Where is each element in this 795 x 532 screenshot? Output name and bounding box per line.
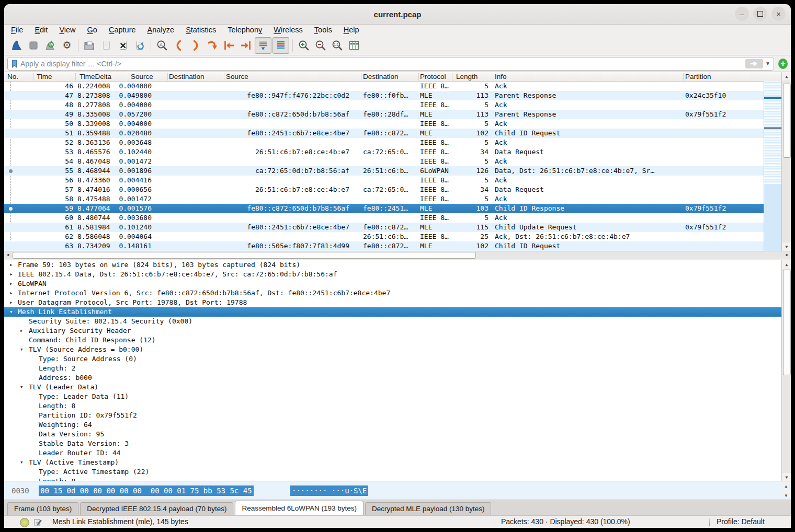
detail-line[interactable]: ▸Internet Protocol Version 6, Src: fe80:… [4, 288, 781, 298]
detail-line[interactable]: ▸Auxiliary Security Header [4, 326, 781, 336]
hex-bytes-selected[interactable]: 00 15 0d 00 00 00 00 00 00 00 01 75 bb 5… [39, 485, 254, 496]
column-separator[interactable] [493, 73, 493, 80]
detail-line[interactable]: Weighting: 64 [4, 420, 781, 430]
menu-file[interactable]: File [5, 26, 29, 34]
detail-line[interactable]: ▸6LoWPAN [4, 279, 781, 288]
collapsed-arrow-icon[interactable]: ▸ [20, 326, 24, 336]
packet-list-vscrollbar[interactable]: ▲ ▼ [781, 72, 791, 251]
detail-line[interactable]: ▾TLV (Source Address = b0:00) [4, 345, 781, 354]
column-separator[interactable] [167, 73, 168, 80]
packet-row-46[interactable]: 468.2240080.004000IEEE 8…5Ack [4, 82, 764, 91]
column-header-no[interactable]: No. [7, 73, 18, 80]
packet-list-hscroll-thumb[interactable] [13, 252, 476, 259]
packet-list-hscrollbar[interactable]: ◀ ▶ [4, 251, 791, 259]
display-filter-input[interactable] [19, 58, 745, 70]
maximize-button[interactable] [753, 7, 767, 21]
column-separator[interactable] [75, 73, 76, 80]
detail-line[interactable]: ▸Frame 59: 103 bytes on wire (824 bits),… [4, 260, 781, 270]
minimize-button[interactable]: – [735, 7, 749, 21]
zoom-original-button[interactable]: 1:1 [330, 38, 345, 53]
menu-analyze[interactable]: Analyze [142, 26, 180, 34]
hex-row[interactable]: 0030 00 15 0d 00 00 00 00 00 00 00 01 75… [4, 485, 791, 496]
packet-row-58[interactable]: 588.4754880.001472IEEE 8…5Ack [4, 194, 764, 204]
packet-row-61[interactable]: 618.5819840.101240fe80::2451:c6b7:e8ce:4… [4, 223, 764, 232]
go-back-button[interactable] [171, 38, 187, 53]
byte-tab-2[interactable]: Reassembled 6LoWPAN (193 bytes) [235, 501, 364, 515]
collapsed-arrow-icon[interactable]: ▸ [9, 279, 13, 288]
byte-tab-0[interactable]: Frame (103 bytes) [7, 502, 78, 515]
status-profile[interactable]: Profile: Default [717, 517, 765, 526]
menu-help[interactable]: Help [338, 26, 365, 34]
go-forward-button[interactable] [188, 38, 203, 53]
colorize-button[interactable] [272, 37, 289, 54]
collapsed-arrow-icon[interactable]: ▸ [9, 288, 13, 298]
go-first-packet-button[interactable] [221, 38, 237, 53]
column-header-source[interactable]: Source [131, 73, 153, 80]
column-separator[interactable] [33, 73, 34, 80]
column-header-info[interactable]: Info [495, 73, 507, 80]
column-header-length[interactable]: Length [456, 73, 478, 80]
detail-line[interactable]: Command: Child ID Response (12) [4, 336, 781, 345]
zoom-in-button[interactable] [296, 38, 312, 53]
packet-row-52[interactable]: 528.3631360.003648IEEE 8…5Ack [4, 138, 764, 147]
expert-info-icon[interactable] [20, 518, 29, 527]
packet-row-48[interactable]: 488.2778080.004000IEEE 8…5Ack [4, 100, 764, 110]
menu-capture[interactable]: Capture [103, 26, 142, 34]
packet-row-57[interactable]: 578.4740160.00065626:51:c6:b7:e8:ce:4b:e… [4, 185, 764, 194]
detail-line[interactable]: Type: Source Address (0) [4, 354, 781, 364]
packet-row-53[interactable]: 538.4655760.10244026:51:c6:b7:e8:ce:4b:e… [4, 147, 764, 157]
save-file-button[interactable] [98, 38, 114, 53]
column-separator[interactable] [452, 73, 452, 80]
auto-scroll-button[interactable] [255, 37, 271, 54]
byte-tab-3[interactable]: Decrypted MLE payload (130 bytes) [365, 502, 491, 515]
details-scroll-thumb[interactable] [783, 270, 791, 375]
column-separator[interactable] [683, 73, 684, 80]
menu-telephony[interactable]: Telephony [222, 26, 268, 34]
menu-tools[interactable]: Tools [309, 26, 338, 34]
detail-line[interactable]: Stable Data Version: 3 [4, 439, 781, 448]
go-last-packet-button[interactable] [238, 38, 254, 53]
scroll-right-icon[interactable]: ▶ [783, 251, 791, 258]
close-file-button[interactable] [115, 38, 131, 53]
display-filter-box[interactable]: ▼ [7, 57, 774, 71]
menu-view[interactable]: View [53, 26, 81, 34]
start-capture-button[interactable] [9, 38, 25, 53]
column-separator[interactable] [224, 73, 224, 80]
column-separator[interactable] [418, 73, 419, 80]
menu-go[interactable]: Go [82, 26, 103, 34]
detail-line[interactable]: ▸User Datagram Protocol, Src Port: 19788… [4, 298, 781, 307]
menu-statistics[interactable]: Statistics [180, 26, 222, 34]
detail-line[interactable]: Type: Active Timestamp (22) [4, 467, 781, 477]
bytes-vscrollbar[interactable]: ▲ ▼ [781, 481, 791, 500]
details-vscrollbar[interactable]: ▲ ▼ [781, 260, 791, 481]
detail-line[interactable]: ▾TLV (Active Timestamp) [4, 458, 781, 467]
column-header-time[interactable]: Time [37, 73, 52, 80]
scroll-down-icon[interactable]: ▼ [782, 242, 791, 251]
packet-row-55[interactable]: 558.4689440.001896ca:72:65:0d:b7:b8:56:a… [4, 166, 764, 176]
zoom-out-button[interactable] [313, 38, 328, 53]
column-header-protocol[interactable]: Protocol [420, 73, 446, 80]
filter-dropdown-caret[interactable]: ▼ [765, 61, 770, 66]
scroll-up-icon[interactable]: ▲ [782, 72, 791, 80]
expanded-arrow-icon[interactable]: ▾ [20, 345, 24, 354]
reload-file-button[interactable] [132, 38, 147, 53]
scroll-up-icon[interactable]: ▲ [781, 482, 791, 490]
collapsed-arrow-icon[interactable]: ▸ [9, 260, 13, 270]
packet-row-59[interactable]: 598.4770640.001576fe80::c872:650d:b7b8:5… [4, 204, 764, 213]
add-filter-button[interactable]: + [778, 59, 788, 69]
packet-bytes-pane[interactable]: 0030 00 15 0d 00 00 00 00 00 00 00 01 75… [4, 481, 791, 500]
expanded-arrow-icon[interactable]: ▾ [20, 383, 24, 392]
packet-row-63[interactable]: 638.7342090.148161fe80::505e:f807:7f81:4… [4, 241, 764, 251]
packet-row-54[interactable]: 548.4670480.001472IEEE 8…5Ack [4, 157, 764, 166]
find-packet-button[interactable]: A [154, 38, 170, 53]
hex-ascii-selected[interactable]: ········ ···u·S\E [290, 485, 368, 496]
bookmark-icon[interactable] [10, 59, 19, 68]
collapsed-arrow-icon[interactable]: ▸ [9, 298, 13, 307]
packet-row-62[interactable]: 628.5860480.00406426:51:c6:b…IEEE 8…25Ac… [4, 232, 764, 241]
open-file-button[interactable] [82, 38, 97, 53]
column-header-destination[interactable]: Destination [169, 73, 205, 80]
packet-row-60[interactable]: 608.4807440.003680IEEE 8…5Ack [4, 213, 764, 223]
scroll-up-icon[interactable]: ▲ [782, 260, 791, 269]
column-separator[interactable] [129, 73, 129, 80]
byte-tab-1[interactable]: Decrypted IEEE 802.15.4 payload (70 byte… [80, 502, 233, 515]
